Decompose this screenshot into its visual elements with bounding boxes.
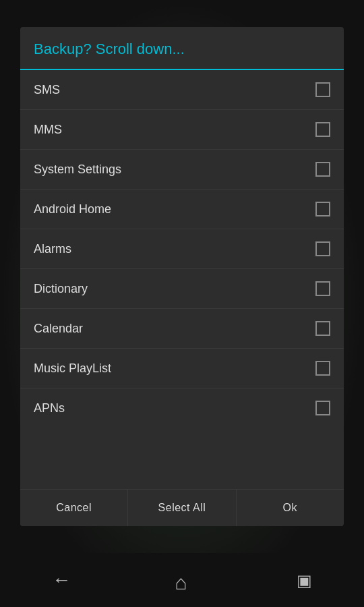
backup-dialog: Backup? Scroll down... SMSMMSSystem Sett… [20, 27, 344, 526]
dialog-header: Backup? Scroll down... [20, 27, 344, 70]
checkbox-system-settings[interactable] [315, 162, 330, 177]
list-item-label-sms: SMS [34, 83, 60, 97]
list-item-label-calendar: Calendar [34, 322, 83, 336]
list-item-mms[interactable]: MMS [20, 110, 344, 150]
navigation-bar [0, 553, 364, 607]
backup-items-list: SMSMMSSystem SettingsAndroid HomeAlarmsD… [20, 70, 344, 489]
list-item-label-dictionary: Dictionary [34, 282, 88, 296]
checkbox-alarms[interactable] [315, 241, 330, 256]
list-item-system-settings[interactable]: System Settings [20, 150, 344, 190]
list-item-apns[interactable]: APNs [20, 388, 344, 428]
cancel-button[interactable]: Cancel [20, 490, 128, 526]
list-item-label-alarms: Alarms [34, 242, 71, 256]
list-item-calendar[interactable]: Calendar [20, 309, 344, 349]
list-item-android-home[interactable]: Android Home [20, 190, 344, 229]
checkbox-mms[interactable] [315, 122, 330, 137]
list-item-music-playlist[interactable]: Music PlayList [20, 349, 344, 388]
checkbox-calendar[interactable] [315, 321, 330, 336]
checkbox-apns[interactable] [315, 401, 330, 415]
checkbox-dictionary[interactable] [315, 281, 330, 296]
list-item-dictionary[interactable]: Dictionary [20, 269, 344, 309]
dialog-title: Backup? Scroll down... [34, 40, 185, 57]
list-item-sms[interactable]: SMS [20, 70, 344, 110]
checkbox-music-playlist[interactable] [315, 361, 330, 376]
recents-button[interactable] [297, 570, 312, 591]
list-item-label-mms: MMS [34, 123, 62, 137]
list-item-alarms[interactable]: Alarms [20, 229, 344, 269]
list-item-label-apns: APNs [34, 401, 65, 415]
ok-button[interactable]: Ok [237, 490, 344, 526]
home-button[interactable] [175, 571, 192, 589]
dialog-footer: Cancel Select All Ok [20, 489, 344, 526]
list-item-label-music-playlist: Music PlayList [34, 362, 111, 376]
list-item-label-system-settings: System Settings [34, 163, 121, 177]
select-all-button[interactable]: Select All [128, 490, 236, 526]
back-button[interactable] [52, 569, 71, 591]
checkbox-android-home[interactable] [315, 202, 330, 216]
checkbox-sms[interactable] [315, 82, 330, 97]
list-item-label-android-home: Android Home [34, 202, 111, 216]
